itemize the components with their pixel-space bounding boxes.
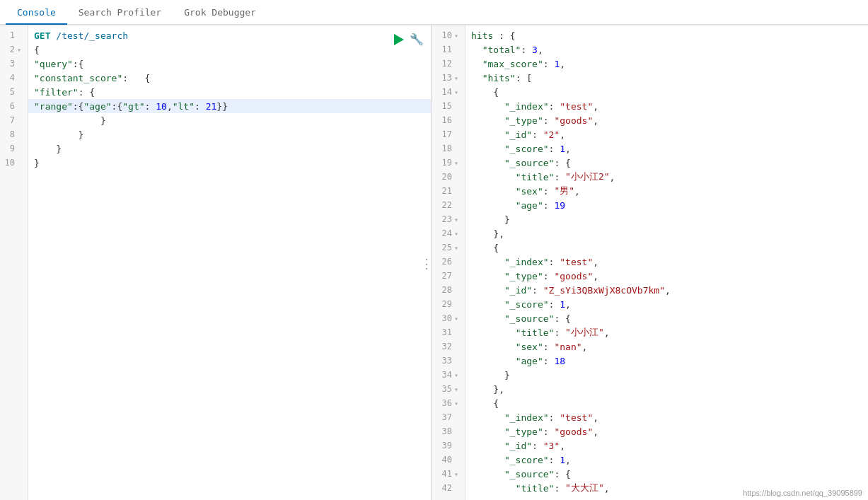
editor-code-line: } xyxy=(28,113,431,127)
tab-grok-debugger[interactable]: Grok Debugger xyxy=(173,1,267,25)
json-key: "sex" xyxy=(516,186,543,197)
json-punct: , xyxy=(665,285,671,296)
result-code-line: { xyxy=(465,85,868,99)
result-fold-indicator[interactable]: ▾ xyxy=(452,385,461,393)
json-number: 18 xyxy=(554,356,565,366)
result-fold-indicator[interactable]: ▾ xyxy=(452,74,461,82)
fold-indicator[interactable]: ▾ xyxy=(15,46,23,54)
json-punct: , xyxy=(593,101,598,112)
json-punct: , xyxy=(565,299,571,310)
json-punct: : xyxy=(549,257,560,267)
result-line-number: 16 xyxy=(432,113,465,127)
result-line-number: 37 xyxy=(432,410,465,424)
editor-area[interactable]: 12▾345678910 GET /test/_search{ "query":… xyxy=(0,25,431,500)
tab-search-profiler[interactable]: Search Profiler xyxy=(67,1,173,25)
json-number: 1 xyxy=(554,59,560,69)
http-path: /test/_search xyxy=(56,30,128,41)
result-fold-indicator[interactable]: ▾ xyxy=(452,400,461,407)
http-method: GET xyxy=(34,30,56,41)
json-indent xyxy=(471,426,504,437)
result-fold-indicator[interactable]: ▾ xyxy=(452,230,461,238)
result-code-line: "_index": "test", xyxy=(465,99,868,113)
result-fold-indicator[interactable]: ▾ xyxy=(452,315,461,322)
drag-handle[interactable]: ⋮ xyxy=(419,252,434,273)
json-punct: { xyxy=(493,87,499,98)
json-string: "大大江" xyxy=(565,482,604,494)
json-indent xyxy=(471,441,504,451)
result-code-line: }, xyxy=(465,382,868,396)
editor-toolbar: 🔧 xyxy=(394,33,424,46)
result-fold-indicator[interactable]: ▾ xyxy=(452,32,461,40)
json-key: "_score" xyxy=(504,455,549,465)
json-indent xyxy=(471,228,493,239)
result-line-number: 31 xyxy=(432,325,465,339)
json-key: "_type" xyxy=(504,271,543,281)
result-fold-indicator[interactable]: ▾ xyxy=(452,159,461,167)
json-punct: }, xyxy=(493,228,504,239)
json-punct: : { xyxy=(554,469,570,479)
json-punct: , xyxy=(593,257,598,267)
result-line-number: 36▾ xyxy=(432,396,465,410)
result-code-line: "total": 3, xyxy=(465,42,868,57)
json-indent xyxy=(471,469,504,479)
result-line-number: 41▾ xyxy=(432,467,465,481)
json-punct: , xyxy=(593,412,598,423)
result-line-number: 25▾ xyxy=(432,240,465,255)
result-line-number: 28 xyxy=(432,283,465,297)
json-key: "total" xyxy=(482,45,521,55)
tab-console[interactable]: Console xyxy=(6,1,67,25)
json-key: "age" xyxy=(516,356,543,366)
editor-code-line: "range":{"age":{"gt": 10,"lt": 21}} xyxy=(28,99,431,113)
json-indent xyxy=(471,370,504,380)
json-indent xyxy=(471,483,516,494)
result-code-line: "_source": { xyxy=(465,467,868,481)
json-punct: , xyxy=(593,426,598,437)
json-key: "title" xyxy=(516,483,555,494)
json-indent xyxy=(471,158,504,168)
result-fold-indicator[interactable]: ▾ xyxy=(452,244,461,252)
watermark: https://blog.csdn.net/qq_39095899 xyxy=(743,489,862,497)
json-punct: : xyxy=(532,285,543,296)
json-punct: , xyxy=(560,59,565,69)
editor-line-number: 3 xyxy=(0,57,28,71)
json-punct: : xyxy=(549,412,560,423)
result-line-number: 14▾ xyxy=(432,85,465,99)
result-line-number: 30▾ xyxy=(432,311,465,325)
json-string: "3" xyxy=(543,441,560,451)
json-indent xyxy=(471,115,504,126)
json-punct: : { xyxy=(493,30,515,41)
json-punct: : xyxy=(543,356,555,366)
nav-tabs: Console Search Profiler Grok Debugger xyxy=(0,0,868,25)
editor-line-number: 4 xyxy=(0,71,28,85)
json-string: "Z_sYi3QBxWjX8cOVb7km" xyxy=(543,285,665,296)
result-line-numbers: 10▾111213▾14▾1516171819▾20212223▾24▾25▾2… xyxy=(432,25,465,500)
result-fold-indicator[interactable]: ▾ xyxy=(452,371,461,379)
result-line-number: 11 xyxy=(432,42,465,57)
json-punct: } xyxy=(504,370,510,380)
result-fold-indicator[interactable]: ▾ xyxy=(452,88,461,96)
json-punct: { xyxy=(493,243,499,253)
result-fold-indicator[interactable]: ▾ xyxy=(452,216,461,223)
json-indent xyxy=(471,243,493,253)
result-code-line: "_id": "2", xyxy=(465,127,868,141)
editor-line-number: 6 xyxy=(0,99,28,113)
run-button[interactable] xyxy=(394,34,404,45)
result-line-number: 24▾ xyxy=(432,226,465,240)
json-string: "goods" xyxy=(554,271,593,281)
result-code-line: { xyxy=(465,396,868,410)
result-line-number: 32 xyxy=(432,339,465,354)
code-editor: 12▾345678910 GET /test/_search{ "query":… xyxy=(0,25,431,500)
result-line-number: 17 xyxy=(432,127,465,141)
json-indent xyxy=(471,285,504,296)
json-number: 1 xyxy=(560,299,565,310)
code-content[interactable]: GET /test/_search{ "query":{ "constant_s… xyxy=(28,25,431,500)
json-number: 19 xyxy=(554,200,565,211)
result-code-line: "sex": "男", xyxy=(465,184,868,198)
settings-button[interactable]: 🔧 xyxy=(410,33,424,46)
result-code-line: "age": 19 xyxy=(465,198,868,212)
left-panel: 12▾345678910 GET /test/_search{ "query":… xyxy=(0,25,432,500)
json-indent xyxy=(471,45,482,55)
result-fold-indicator[interactable]: ▾ xyxy=(452,470,461,478)
json-string: "小小江2" xyxy=(565,170,609,183)
result-code-line: "title": "小小江", xyxy=(465,325,868,339)
